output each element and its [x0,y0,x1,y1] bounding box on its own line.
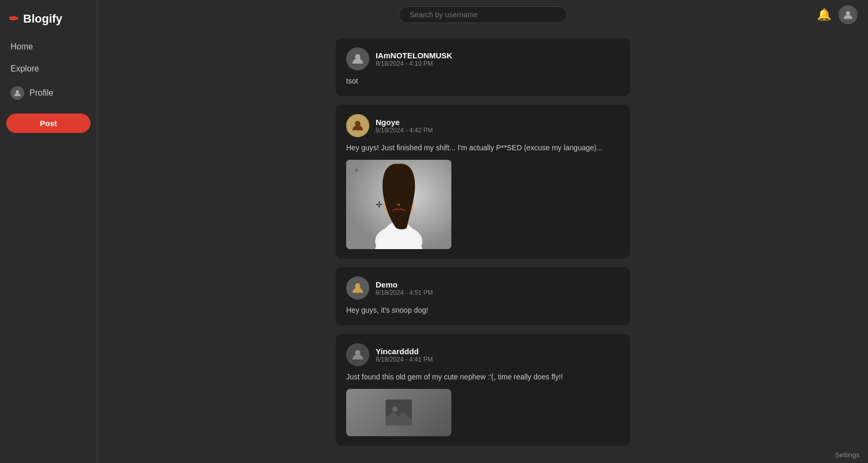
svg-point-0 [16,90,19,94]
post-avatar [346,47,369,70]
svg-point-10 [401,199,407,203]
post-image-placeholder [346,389,451,436]
header: 🔔 [98,0,868,29]
post-meta: Yincardddd 8/18/2024 - 4:41 PM [376,347,433,363]
post-meta: Ngoye 8/18/2024 - 4:42 PM [376,118,433,134]
post-body: Just found this old gem of my cute nephe… [346,372,620,383]
image-placeholder-svg [386,399,412,426]
post-username: IAmNOTELONMUSK [376,51,452,60]
logo-icon: ✒ [8,12,19,26]
post-image-svg [346,160,451,249]
post-card: IAmNOTELONMUSK 8/18/2024 - 4:10 PM tsot [336,38,630,96]
search-input[interactable] [399,6,567,23]
profile-label: Profile [29,88,53,98]
header-right: 🔔 [817,5,857,24]
explore-label: Explore [11,64,39,74]
post-card: Ngoye 8/18/2024 - 4:42 PM Hey guys! Just… [336,105,630,259]
angry-figure-image: ✛ [346,160,451,249]
post-header: Ngoye 8/18/2024 - 4:42 PM [346,114,620,137]
post-card: Yincardddd 8/18/2024 - 4:41 PM Just foun… [336,334,630,446]
post-image [346,389,451,436]
profile-avatar-icon [11,86,24,100]
post-header: Demo 8/18/2024 - 4:51 PM [346,276,620,300]
post-timestamp: 8/18/2024 - 4:42 PM [376,127,433,134]
post-body: tsot [346,76,620,87]
post-username: Demo [376,280,433,289]
post-header: IAmNOTELONMUSK 8/18/2024 - 4:10 PM [346,47,620,70]
post-button[interactable]: Post [6,114,90,133]
cursor-crosshair-icon: ✛ [376,200,382,210]
feed: IAmNOTELONMUSK 8/18/2024 - 4:10 PM tsot … [98,29,868,463]
post-header: Yincardddd 8/18/2024 - 4:41 PM [346,343,620,366]
post-body: Hey guys! Just finished my shift... I'm … [346,142,620,153]
sidebar-item-home[interactable]: Home [4,37,93,57]
settings-label: Settings [835,451,860,459]
app-logo[interactable]: ✒ Blogify [0,5,97,37]
home-label: Home [11,42,33,52]
sidebar-item-explore[interactable]: Explore [4,59,93,79]
post-avatar [346,276,369,300]
sidebar-nav: Home Explore Profile [0,37,97,105]
post-body: Hey guys, it's snoop dog! [346,305,620,316]
user-avatar[interactable] [839,5,857,24]
post-card: Demo 8/18/2024 - 4:51 PM Hey guys, it's … [336,267,630,325]
svg-point-1 [846,11,850,15]
svg-point-9 [391,199,396,203]
sidebar-item-profile[interactable]: Profile [4,81,93,105]
svg-point-14 [392,406,398,411]
post-image: ✛ [346,160,451,249]
post-username: Yincardddd [376,347,433,356]
settings-button[interactable]: Settings [826,447,868,463]
post-avatar [346,114,369,137]
notification-bell-icon[interactable]: 🔔 [817,8,831,22]
post-timestamp: 8/18/2024 - 4:10 PM [376,60,452,67]
sidebar: ✒ Blogify Home Explore Profile Post [0,0,97,463]
post-username: Ngoye [376,118,433,127]
main-content: 🔔 IAmNOTELONMUSK 8/18/2024 - 4:10 PM tso… [98,0,868,463]
post-avatar [346,343,369,366]
post-timestamp: 8/18/2024 - 4:41 PM [376,356,433,363]
post-timestamp: 8/18/2024 - 4:51 PM [376,289,433,296]
app-name: Blogify [23,12,63,26]
post-meta: Demo 8/18/2024 - 4:51 PM [376,280,433,296]
post-meta: IAmNOTELONMUSK 8/18/2024 - 4:10 PM [376,51,452,67]
